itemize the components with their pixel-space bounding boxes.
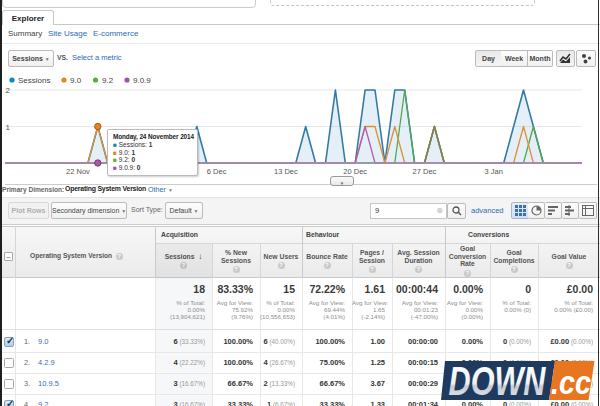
svg-text:DOWN: DOWN	[449, 359, 547, 403]
svg-text:.cc: .cc	[551, 364, 591, 401]
